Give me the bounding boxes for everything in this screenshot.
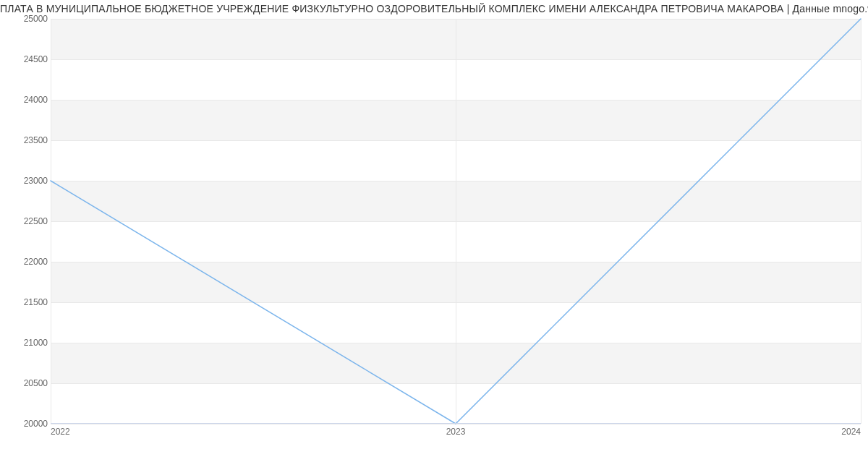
y-tick-label: 23000 (24, 176, 48, 186)
x-tick-label: 2023 (446, 427, 466, 437)
x-axis-line (51, 423, 861, 424)
y-tick-label: 23500 (24, 135, 48, 145)
y-tick-label: 21500 (24, 297, 48, 307)
x-tick-label: 2022 (51, 427, 70, 437)
y-tick-label: 25000 (24, 14, 48, 24)
v-grid-line (861, 19, 861, 424)
y-tick-label: 22000 (24, 257, 48, 267)
y-tick-label: 20000 (24, 419, 48, 429)
x-tick-label: 2024 (841, 427, 861, 437)
line-series (51, 19, 861, 424)
y-tick-label: 24500 (24, 54, 48, 64)
y-tick-label: 24000 (24, 95, 48, 105)
y-tick-label: 20500 (24, 378, 48, 388)
y-tick-label: 21000 (24, 338, 48, 348)
series-path (51, 19, 861, 424)
y-tick-label: 22500 (24, 216, 48, 226)
chart-container: ПЛАТА В МУНИЦИПАЛЬНОЕ БЮДЖЕТНОЕ УЧРЕЖДЕН… (0, 0, 868, 470)
chart-title: ПЛАТА В МУНИЦИПАЛЬНОЕ БЮДЖЕТНОЕ УЧРЕЖДЕН… (0, 3, 868, 14)
plot-area (51, 19, 861, 424)
